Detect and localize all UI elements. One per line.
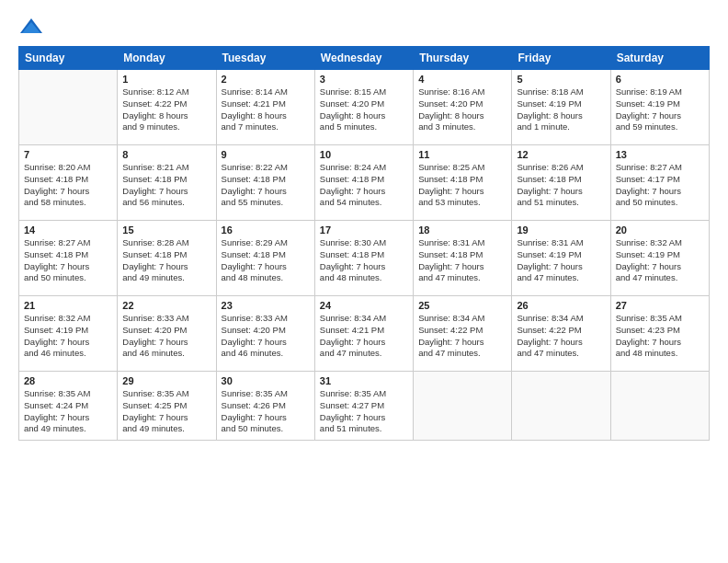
day-info: Sunrise: 8:28 AMSunset: 4:18 PMDaylight:… — [122, 237, 210, 284]
calendar-cell: 2Sunrise: 8:14 AMSunset: 4:21 PMDaylight… — [216, 70, 314, 145]
day-number: 19 — [517, 224, 605, 236]
calendar-cell: 21Sunrise: 8:32 AMSunset: 4:19 PMDayligh… — [19, 296, 118, 372]
day-number: 28 — [24, 375, 112, 386]
calendar-cell — [610, 372, 709, 441]
calendar-cell: 28Sunrise: 8:35 AMSunset: 4:24 PMDayligh… — [19, 372, 118, 441]
weekday-header-saturday: Saturday — [610, 47, 709, 70]
calendar-cell: 18Sunrise: 8:31 AMSunset: 4:18 PMDayligh… — [414, 221, 512, 296]
day-info: Sunrise: 8:22 AMSunset: 4:18 PMDaylight:… — [222, 162, 310, 209]
weekday-header-sunday: Sunday — [19, 47, 118, 70]
day-number: 6 — [616, 74, 704, 85]
day-number: 18 — [418, 224, 506, 236]
day-info: Sunrise: 8:33 AMSunset: 4:20 PMDaylight:… — [122, 313, 210, 360]
day-number: 24 — [320, 300, 408, 311]
calendar-cell: 17Sunrise: 8:30 AMSunset: 4:18 PMDayligh… — [314, 221, 413, 296]
day-info: Sunrise: 8:12 AMSunset: 4:22 PMDaylight:… — [122, 86, 210, 133]
day-number: 11 — [418, 149, 506, 160]
calendar: SundayMondayTuesdayWednesdayThursdayFrid… — [18, 46, 710, 441]
calendar-cell: 31Sunrise: 8:35 AMSunset: 4:27 PMDayligh… — [314, 372, 413, 441]
day-info: Sunrise: 8:19 AMSunset: 4:19 PMDaylight:… — [616, 86, 704, 133]
day-info: Sunrise: 8:18 AMSunset: 4:19 PMDaylight:… — [517, 86, 605, 133]
calendar-cell: 5Sunrise: 8:18 AMSunset: 4:19 PMDaylight… — [512, 70, 610, 145]
day-number: 31 — [320, 375, 408, 386]
day-number: 23 — [222, 300, 310, 311]
day-info: Sunrise: 8:34 AMSunset: 4:22 PMDaylight:… — [517, 313, 605, 360]
day-info: Sunrise: 8:26 AMSunset: 4:18 PMDaylight:… — [517, 162, 605, 209]
calendar-cell: 13Sunrise: 8:27 AMSunset: 4:17 PMDayligh… — [610, 145, 709, 221]
day-info: Sunrise: 8:20 AMSunset: 4:18 PMDaylight:… — [24, 162, 112, 209]
day-info: Sunrise: 8:35 AMSunset: 4:25 PMDaylight:… — [122, 388, 210, 435]
calendar-cell: 30Sunrise: 8:35 AMSunset: 4:26 PMDayligh… — [216, 372, 314, 441]
weekday-header-thursday: Thursday — [414, 47, 512, 70]
calendar-cell: 24Sunrise: 8:34 AMSunset: 4:21 PMDayligh… — [314, 296, 413, 372]
calendar-cell: 12Sunrise: 8:26 AMSunset: 4:18 PMDayligh… — [512, 145, 610, 221]
week-row-2: 14Sunrise: 8:27 AMSunset: 4:18 PMDayligh… — [19, 221, 710, 296]
week-row-3: 21Sunrise: 8:32 AMSunset: 4:19 PMDayligh… — [19, 296, 710, 372]
week-row-0: 1Sunrise: 8:12 AMSunset: 4:22 PMDaylight… — [19, 70, 710, 145]
calendar-cell: 6Sunrise: 8:19 AMSunset: 4:19 PMDaylight… — [610, 70, 709, 145]
day-number: 7 — [24, 149, 112, 160]
calendar-cell: 27Sunrise: 8:35 AMSunset: 4:23 PMDayligh… — [610, 296, 709, 372]
calendar-cell — [512, 372, 610, 441]
calendar-cell: 10Sunrise: 8:24 AMSunset: 4:18 PMDayligh… — [314, 145, 413, 221]
day-number: 14 — [24, 224, 112, 236]
week-row-4: 28Sunrise: 8:35 AMSunset: 4:24 PMDayligh… — [19, 372, 710, 441]
day-number: 3 — [320, 74, 408, 85]
day-number: 27 — [616, 300, 704, 311]
logo — [18, 17, 48, 37]
week-row-1: 7Sunrise: 8:20 AMSunset: 4:18 PMDaylight… — [19, 145, 710, 221]
day-number: 20 — [616, 224, 704, 236]
day-info: Sunrise: 8:27 AMSunset: 4:17 PMDaylight:… — [616, 162, 704, 209]
day-info: Sunrise: 8:14 AMSunset: 4:21 PMDaylight:… — [222, 86, 310, 133]
day-number: 8 — [122, 149, 210, 160]
calendar-cell: 3Sunrise: 8:15 AMSunset: 4:20 PMDaylight… — [314, 70, 413, 145]
calendar-cell: 11Sunrise: 8:25 AMSunset: 4:18 PMDayligh… — [414, 145, 512, 221]
day-number: 25 — [418, 300, 506, 311]
weekday-header-tuesday: Tuesday — [216, 47, 314, 70]
calendar-cell: 15Sunrise: 8:28 AMSunset: 4:18 PMDayligh… — [118, 221, 216, 296]
day-info: Sunrise: 8:24 AMSunset: 4:18 PMDaylight:… — [320, 162, 408, 209]
calendar-cell: 29Sunrise: 8:35 AMSunset: 4:25 PMDayligh… — [118, 372, 216, 441]
day-info: Sunrise: 8:35 AMSunset: 4:27 PMDaylight:… — [320, 388, 408, 435]
day-info: Sunrise: 8:35 AMSunset: 4:26 PMDaylight:… — [222, 388, 310, 435]
day-number: 30 — [222, 375, 310, 386]
day-info: Sunrise: 8:31 AMSunset: 4:19 PMDaylight:… — [517, 237, 605, 284]
calendar-cell: 8Sunrise: 8:21 AMSunset: 4:18 PMDaylight… — [118, 145, 216, 221]
day-info: Sunrise: 8:32 AMSunset: 4:19 PMDaylight:… — [616, 237, 704, 284]
calendar-cell: 23Sunrise: 8:33 AMSunset: 4:20 PMDayligh… — [216, 296, 314, 372]
day-info: Sunrise: 8:34 AMSunset: 4:22 PMDaylight:… — [418, 313, 506, 360]
day-number: 13 — [616, 149, 704, 160]
day-number: 4 — [418, 74, 506, 85]
weekday-header-wednesday: Wednesday — [314, 47, 413, 70]
day-number: 1 — [122, 74, 210, 85]
day-info: Sunrise: 8:15 AMSunset: 4:20 PMDaylight:… — [320, 86, 408, 133]
day-number: 26 — [517, 300, 605, 311]
weekday-header-monday: Monday — [118, 47, 216, 70]
day-number: 12 — [517, 149, 605, 160]
day-info: Sunrise: 8:27 AMSunset: 4:18 PMDaylight:… — [24, 237, 112, 284]
header — [18, 17, 710, 37]
day-info: Sunrise: 8:33 AMSunset: 4:20 PMDaylight:… — [222, 313, 310, 360]
calendar-cell — [414, 372, 512, 441]
day-number: 2 — [222, 74, 310, 85]
day-info: Sunrise: 8:34 AMSunset: 4:21 PMDaylight:… — [320, 313, 408, 360]
day-info: Sunrise: 8:35 AMSunset: 4:23 PMDaylight:… — [616, 313, 704, 360]
day-number: 21 — [24, 300, 112, 311]
page: SundayMondayTuesdayWednesdayThursdayFrid… — [0, 0, 728, 563]
calendar-cell: 9Sunrise: 8:22 AMSunset: 4:18 PMDaylight… — [216, 145, 314, 221]
calendar-cell: 19Sunrise: 8:31 AMSunset: 4:19 PMDayligh… — [512, 221, 610, 296]
calendar-cell: 4Sunrise: 8:16 AMSunset: 4:20 PMDaylight… — [414, 70, 512, 145]
day-number: 16 — [222, 224, 310, 236]
day-number: 29 — [122, 375, 210, 386]
day-number: 22 — [122, 300, 210, 311]
day-info: Sunrise: 8:25 AMSunset: 4:18 PMDaylight:… — [418, 162, 506, 209]
calendar-cell: 25Sunrise: 8:34 AMSunset: 4:22 PMDayligh… — [414, 296, 512, 372]
day-info: Sunrise: 8:16 AMSunset: 4:20 PMDaylight:… — [418, 86, 506, 133]
calendar-cell: 16Sunrise: 8:29 AMSunset: 4:18 PMDayligh… — [216, 221, 314, 296]
calendar-cell — [19, 70, 118, 145]
day-info: Sunrise: 8:21 AMSunset: 4:18 PMDaylight:… — [122, 162, 210, 209]
calendar-cell: 1Sunrise: 8:12 AMSunset: 4:22 PMDaylight… — [118, 70, 216, 145]
day-number: 10 — [320, 149, 408, 160]
calendar-cell: 14Sunrise: 8:27 AMSunset: 4:18 PMDayligh… — [19, 221, 118, 296]
day-info: Sunrise: 8:35 AMSunset: 4:24 PMDaylight:… — [24, 388, 112, 435]
